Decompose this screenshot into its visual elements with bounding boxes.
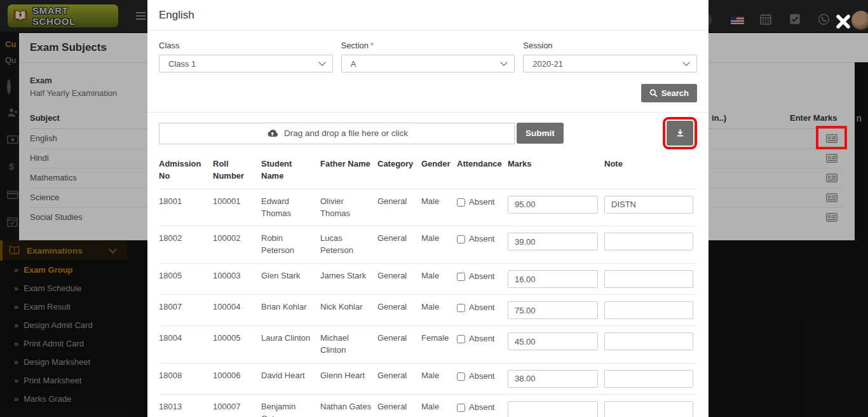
- required-asterisk: *: [370, 41, 374, 50]
- screen: SMART SCHOOL Cu Qu $: [0, 0, 868, 417]
- close-icon[interactable]: [834, 13, 853, 32]
- marks-input[interactable]: [508, 196, 598, 214]
- note-input[interactable]: [604, 270, 693, 288]
- download-button[interactable]: [667, 121, 693, 146]
- session-select-value: 2020-21: [532, 59, 563, 69]
- divider: [147, 112, 709, 113]
- download-icon: [675, 128, 685, 138]
- note-input[interactable]: [604, 370, 693, 388]
- search-icon: [649, 89, 658, 97]
- note-input[interactable]: [604, 233, 693, 250]
- absent-checkbox[interactable]: [457, 304, 465, 312]
- annotation-highlight-enter-marks: [816, 126, 847, 149]
- search-button[interactable]: Search: [641, 84, 697, 102]
- note-input[interactable]: [604, 301, 693, 319]
- note-input[interactable]: [604, 332, 693, 350]
- table-row: 18008 100006 David Heart Glenn Heart Gen…: [159, 363, 697, 394]
- table-row: 18007 100004 Brian Kohlar Nick Kohlar Ge…: [159, 295, 697, 326]
- absent-checkbox[interactable]: [457, 235, 465, 243]
- session-label: Session: [523, 41, 697, 50]
- marks-table: Admission No Roll Number Student Name Fa…: [159, 156, 697, 417]
- note-input[interactable]: [604, 401, 693, 417]
- table-row: 18005 100003 Glen Stark James Stark Gene…: [159, 264, 697, 295]
- absent-checkbox[interactable]: [457, 404, 465, 412]
- section-select-value: A: [351, 59, 356, 69]
- session-select[interactable]: 2020-21: [523, 55, 697, 72]
- marks-input[interactable]: [508, 270, 598, 288]
- chevron-down-icon: [318, 58, 325, 65]
- table-header-row: Admission No Roll Number Student Name Fa…: [159, 156, 697, 189]
- class-select-value: Class 1: [168, 59, 196, 69]
- absent-checkbox[interactable]: [457, 273, 465, 281]
- marks-input[interactable]: [508, 332, 598, 350]
- class-label: Class: [159, 41, 333, 50]
- filters-row: Class Class 1 Section* A Session: [159, 41, 697, 72]
- marks-input[interactable]: [508, 301, 598, 319]
- table-row: 18004 100005 Laura Clinton Michael Clint…: [159, 326, 697, 364]
- table-row: 18013 100007 Benjamin Gates Nathan Gates…: [159, 394, 697, 417]
- absent-checkbox[interactable]: [457, 335, 465, 343]
- table-row: 18001 100001 Edward Thomas Olivier Thoma…: [159, 189, 697, 226]
- section-select[interactable]: A: [341, 55, 515, 72]
- submit-button[interactable]: Submit: [517, 123, 564, 144]
- modal-title: English: [147, 0, 709, 31]
- table-row: 18002 100002 Robin Peterson Lucas Peters…: [159, 226, 697, 264]
- section-label: Section*: [341, 41, 515, 50]
- marks-input[interactable]: [508, 370, 598, 388]
- absent-checkbox[interactable]: [457, 198, 465, 207]
- marks-input[interactable]: [508, 401, 598, 417]
- class-select[interactable]: Class 1: [159, 55, 333, 72]
- chevron-down-icon: [682, 58, 689, 65]
- marks-input[interactable]: [508, 233, 598, 250]
- chevron-down-icon: [501, 58, 508, 65]
- absent-checkbox[interactable]: [457, 373, 465, 381]
- note-input[interactable]: [604, 196, 693, 214]
- cloud-upload-icon: [266, 129, 279, 138]
- file-dropzone[interactable]: Drag and drop a file here or click: [159, 123, 515, 144]
- marks-entry-modal: English Class Class 1 Section* A: [147, 0, 709, 417]
